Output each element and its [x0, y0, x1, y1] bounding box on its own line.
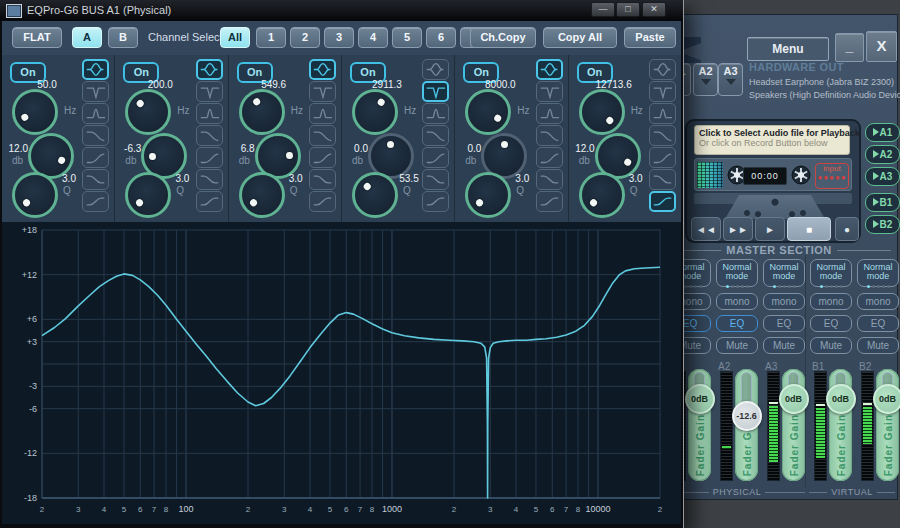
high-shelf-filter-button[interactable]: [309, 191, 336, 212]
bell-peak-filter-button[interactable]: [422, 59, 449, 80]
fader-knob[interactable]: 0dB: [873, 384, 900, 414]
close-button[interactable]: X: [866, 31, 897, 62]
mono-button[interactable]: mono: [857, 293, 899, 310]
high-pass-filter-button[interactable]: [82, 147, 109, 168]
minimize-button[interactable]: _: [835, 33, 864, 62]
bus-mode-button[interactable]: Normal mode: [716, 259, 758, 287]
high-shelf-filter-button[interactable]: [536, 191, 563, 212]
low-shelf-filter-button[interactable]: [82, 169, 109, 190]
channel-3-button[interactable]: 3: [324, 27, 354, 48]
freq-knob[interactable]: [579, 89, 625, 135]
q-knob[interactable]: [465, 172, 511, 218]
fader-knob[interactable]: -12.6: [732, 401, 762, 431]
low-pass-filter-button[interactable]: [309, 125, 336, 146]
mute-button[interactable]: Mute: [716, 337, 758, 354]
copy-all-button[interactable]: Copy All: [543, 27, 617, 48]
high-pass-filter-button[interactable]: [309, 147, 336, 168]
mono-button[interactable]: mono: [716, 293, 758, 310]
low-pass-filter-button[interactable]: [536, 125, 563, 146]
high-shelf-filter-button[interactable]: [649, 191, 676, 212]
freq-knob[interactable]: [12, 89, 58, 135]
high-shelf-filter-button[interactable]: [196, 191, 223, 212]
low-shelf-filter-button[interactable]: [309, 169, 336, 190]
channel-all-button[interactable]: All: [220, 27, 250, 48]
mute-button[interactable]: Mute: [857, 337, 899, 354]
maximize-button[interactable]: □: [616, 2, 640, 17]
recorder-output-b2-button[interactable]: B2: [865, 215, 900, 234]
low-pass-filter-button[interactable]: [82, 125, 109, 146]
channel-6-button[interactable]: 6: [426, 27, 456, 48]
play-button[interactable]: ►: [755, 217, 785, 241]
band-pass-filter-button[interactable]: [649, 103, 676, 124]
hardware-out-a3-button[interactable]: A3: [718, 63, 743, 96]
q-knob[interactable]: [579, 172, 625, 218]
notch-filter-button[interactable]: [649, 81, 676, 102]
eq-button[interactable]: EQ: [716, 315, 758, 332]
high-pass-filter-button[interactable]: [422, 147, 449, 168]
notch-filter-button[interactable]: [422, 81, 449, 102]
low-shelf-filter-button[interactable]: [649, 169, 676, 190]
mute-button[interactable]: Mute: [763, 337, 805, 354]
input-mode-badge[interactable]: input ●●●●●: [815, 163, 849, 189]
memory-a-button[interactable]: A: [72, 27, 102, 48]
freq-knob[interactable]: [125, 89, 171, 135]
freq-knob[interactable]: [352, 89, 398, 135]
band-pass-filter-button[interactable]: [196, 103, 223, 124]
low-shelf-filter-button[interactable]: [196, 169, 223, 190]
band-pass-filter-button[interactable]: [82, 103, 109, 124]
high-shelf-filter-button[interactable]: [422, 191, 449, 212]
channel-copy-button[interactable]: Ch.Copy: [470, 27, 536, 48]
low-pass-filter-button[interactable]: [196, 125, 223, 146]
flat-button[interactable]: FLAT: [12, 27, 62, 48]
high-pass-filter-button[interactable]: [649, 147, 676, 168]
fader-knob[interactable]: 0dB: [685, 384, 715, 414]
eq-titlebar[interactable]: EQPro-G6 BUS A1 (Physical) — □ ✕: [0, 0, 683, 21]
freq-knob[interactable]: [465, 89, 511, 135]
memory-b-button[interactable]: B: [108, 27, 138, 48]
q-knob[interactable]: [125, 172, 171, 218]
recorder-output-a1-button[interactable]: A1: [865, 123, 900, 142]
band-pass-filter-button[interactable]: [422, 103, 449, 124]
low-shelf-filter-button[interactable]: [422, 169, 449, 190]
bell-peak-filter-button[interactable]: [536, 59, 563, 80]
close-button[interactable]: ✕: [642, 2, 666, 17]
q-knob[interactable]: [12, 172, 58, 218]
record-button[interactable]: ●: [835, 217, 859, 241]
menu-button[interactable]: Menu: [747, 37, 829, 61]
high-pass-filter-button[interactable]: [536, 147, 563, 168]
low-pass-filter-button[interactable]: [649, 125, 676, 146]
mute-button[interactable]: Mute: [810, 337, 852, 354]
notch-filter-button[interactable]: [196, 81, 223, 102]
fader-knob[interactable]: 0dB: [779, 384, 809, 414]
eq-button[interactable]: EQ: [810, 315, 852, 332]
eq-button[interactable]: EQ: [763, 315, 805, 332]
mono-button[interactable]: mono: [810, 293, 852, 310]
recorder-output-a2-button[interactable]: A2: [865, 145, 900, 164]
bell-peak-filter-button[interactable]: [82, 59, 109, 80]
fast-forward-button[interactable]: ►►: [723, 217, 753, 241]
bus-mode-button[interactable]: Normal mode: [810, 259, 852, 287]
bell-peak-filter-button[interactable]: [309, 59, 336, 80]
rewind-button[interactable]: ◄◄: [691, 217, 721, 241]
low-shelf-filter-button[interactable]: [536, 169, 563, 190]
fader-knob[interactable]: 0dB: [826, 384, 856, 414]
recorder-output-b1-button[interactable]: B1: [865, 193, 900, 212]
paste-button[interactable]: Paste: [624, 27, 676, 48]
channel-5-button[interactable]: 5: [392, 27, 422, 48]
channel-2-button[interactable]: 2: [290, 27, 320, 48]
band-pass-filter-button[interactable]: [536, 103, 563, 124]
notch-filter-button[interactable]: [82, 81, 109, 102]
high-pass-filter-button[interactable]: [196, 147, 223, 168]
bell-peak-filter-button[interactable]: [649, 59, 676, 80]
low-pass-filter-button[interactable]: [422, 125, 449, 146]
notch-filter-button[interactable]: [536, 81, 563, 102]
stop-button[interactable]: ■: [787, 217, 831, 241]
q-knob[interactable]: [352, 172, 398, 218]
channel-1-button[interactable]: 1: [256, 27, 286, 48]
hardware-out-a2-button[interactable]: A2: [693, 63, 718, 96]
eq-button[interactable]: EQ: [857, 315, 899, 332]
minimize-button[interactable]: —: [591, 2, 615, 17]
recorder-file-select[interactable]: Click to Select Audio file for Playback …: [694, 125, 850, 155]
band-pass-filter-button[interactable]: [309, 103, 336, 124]
channel-4-button[interactable]: 4: [358, 27, 388, 48]
